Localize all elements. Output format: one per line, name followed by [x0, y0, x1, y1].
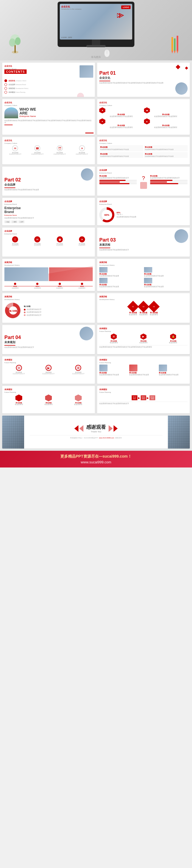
future-hex-2: 第1处标题 在这里填写: [34, 395, 63, 405]
decorative-pencils: [170, 34, 181, 54]
info-cell-3: 第1处标题 在这里填写你的文字在这里填写你的文字在这里: [99, 152, 143, 158]
dev-photo-2: [49, 267, 93, 281]
donut-chart: 60%: [99, 207, 115, 222]
thanks-divider: [30, 435, 162, 435]
slide-dev-diamond: 发展历程 Development History 01 第1处标题 在这里填写 …: [97, 293, 190, 323]
part02-divider: [4, 187, 15, 188]
flow-step-2: 第1处标题: [141, 395, 147, 400]
monitor-stand: [92, 39, 100, 45]
dev-item-3: 2016 在这里填写: [49, 283, 70, 289]
thanks-content: 感谢观看 Thank You 阿友版面计作品 • SUCAI999精品PPT w…: [8, 421, 184, 442]
brand-col-2: 第1处标题 在这里填写你的文字在这里填写你的文字: [150, 175, 188, 189]
slide-part01: Part 01 企业文化 在这里填写你的文字在这里填写你的文字在这里填写你的文字…: [97, 63, 190, 97]
slide-part03: Part 03 发展历程 在这里填写你的文字在这里填写你的文字: [97, 227, 190, 257]
future-icon-1: ⊞ 第1处标题 在这里填写: [99, 334, 128, 344]
part01-content: Part 01 企业文化 在这里填写你的文字在这里填写你的文字在这里填写你的文字…: [99, 65, 188, 90]
future-hex-1: 第1处标题 在这里填写: [4, 395, 33, 405]
slide-brand-icons: 企业品牌 Enterprise Brand ▽ 第1处标题 在这里填写 ✉ 第1…: [2, 227, 95, 257]
contents-items: 企业文化 Company Culture 企业品牌 Enterprise Bra…: [4, 79, 93, 94]
brand-tag-3: ○ 文字: [19, 220, 24, 223]
dev-img-2: [144, 267, 152, 273]
progress-1: [99, 180, 137, 181]
dev-item-2: 2014 在这里填写: [27, 283, 48, 289]
icon-box-3: ⏰ 第1处标题 在这里填写你的文字: [54, 145, 66, 155]
icon-2: ☎: [34, 145, 40, 151]
monitor-base: [86, 45, 106, 47]
slide-brand-1: 企业品牌 Enterprise Brand 第1处标题 在这里填写你的文字在这里…: [97, 167, 190, 196]
thanks-section: 感谢观看 Thank You 阿友版面计作品 • SUCAI999精品PPT w…: [0, 415, 192, 451]
contents-item-2: 企业品牌 Enterprise Brand: [4, 83, 93, 86]
slide-culture-text: 企业文化 Company Culture 第1处标题 在这里填写你的文字在这里填…: [97, 137, 190, 164]
contents-dot-2: [4, 83, 7, 86]
flow-step-1: 第1处标题: [132, 395, 137, 400]
hex-cell-2: ◆ 第1处标题 在这里填写你的文字在这里填写: [144, 107, 188, 118]
dev-img-4: [144, 278, 152, 283]
city-image: [4, 107, 18, 118]
slide-dev-history-1: 发展历程 Development History 2012 在这里填写: [2, 259, 95, 291]
brand-icon-row: ▽ 第1处标题 在这里填写 ✉ 第1处标题 在这里填写 ⏰ 第1处标题 在这里填…: [4, 236, 93, 246]
slide-dev-history-2: 发展历程 Development History 第1处标题 在这里填写你的文字…: [97, 259, 190, 291]
diamond-sm-deco: [185, 66, 188, 69]
svg-text:输入标题: 输入标题: [9, 310, 17, 312]
part04-divider: [4, 345, 15, 346]
sucai-credit: 阿友版面计作品 • SUCAI999精品PPT www.SUCAI999.com…: [30, 437, 162, 439]
future-icon-box-1: ✈ 第1处标题 在这里填写你的文字: [12, 365, 25, 374]
info-cell-2: 第1处标题 在这里填写你的文字在这里填写你的文字在这里: [144, 145, 188, 151]
slide-culture-hexagons: 企业文化 Company Culture ★ 第1处标题 在这里填写你的文字在这…: [97, 99, 190, 135]
brand-icon-1: ▽ 第1处标题 在这里填写: [9, 236, 22, 246]
page-wrapper: 企业文化 Introduction to the company 企业名称：品牌…: [0, 0, 192, 467]
future-icon-2: ▶ 第1处标题 在这里填写: [129, 334, 158, 344]
slide-preview-title: 企业文化: [61, 5, 131, 8]
svg-point-4: [15, 37, 21, 45]
part02-content: Part 02 企业品牌 在这里填写你的文字在这里填写你的文字在这里: [4, 169, 93, 193]
footer-url-text: www.sucai999.com: [5, 460, 187, 464]
dev-item-4: 2018 在这里填写: [71, 283, 93, 289]
chevron-right-deco: [108, 425, 118, 432]
monitor-screen: 企业文化 Introduction to the company 企业名称：品牌…: [60, 4, 132, 39]
contents-image: [79, 65, 93, 78]
dev-card-3: 第1处标题 在这里填写你的文字在这里: [99, 278, 143, 288]
hex-icon-3: ●: [99, 118, 105, 124]
contents-dot-4: [4, 91, 7, 94]
info-cell-4: 第1处标题 在这里填写你的文字在这里填写你的文字在这里: [144, 152, 188, 158]
brand-icon-circle-1: ▽: [12, 236, 18, 242]
legend-3: 在这里填写你的文字: [24, 314, 93, 316]
progress-6: [150, 183, 188, 184]
dev-img-3: [99, 278, 107, 283]
slide-brand-60: 企业品牌 Enterprise Brand 60% 60% Top 10 ☆ 在…: [97, 198, 190, 225]
icon-box-2: ☎ 第1处标题 在这里填写你的文字: [31, 145, 43, 155]
slide-future-2: 未来规划 Future Planning ✈ 第1处标题 在这里填写你的文字 ▶…: [2, 356, 95, 384]
brand-icon-circle-2: ✉: [34, 236, 40, 242]
slide-brand-2: 企业品牌 Enterprise Brand Enterprise Brand E…: [2, 198, 95, 225]
future-img-3: [159, 365, 167, 371]
future-card-1: 第1处标题 在这里填写你的文字在这里: [99, 365, 128, 376]
svg-rect-11: [174, 38, 175, 51]
slide-contents: 企业文化 Company Brand CONTENTS 企业文化 Company…: [2, 63, 95, 97]
icon-3: ⏰: [57, 145, 63, 151]
slide-who-we-are: 企业文化 Company Culture WHO WE ARE Enterpri…: [2, 99, 95, 135]
future-icon-box-3: ⚙ 第1处标题 在这里填写你的文字: [72, 365, 85, 374]
diamond-item-2: 02 第1处标题 在这里填写: [139, 303, 148, 316]
diamond-item-1: 01 第1处标题 在这里填写: [129, 303, 137, 316]
thanks-slide: 感谢观看 Thank You 阿友版面计作品 • SUCAI999精品PPT w…: [2, 415, 190, 448]
part01-circle-img: [175, 82, 188, 95]
brand-col-1: 第1处标题 在这里填写你的文字在这里填写你的文字: [99, 175, 137, 189]
contents-item-3: 发展历程 Development History: [4, 87, 93, 90]
part02-circle-img: [81, 168, 93, 181]
brand-icon-2: ✉ 第1处标题 在这里填写: [31, 236, 43, 246]
chevron-left-deco: [74, 425, 84, 432]
legend-2: 在这里填写你的文字: [24, 311, 93, 313]
footer-banner: 更多精品PPT资源尽在—sucai999.com！ www.sucai999.c…: [0, 451, 192, 467]
svg-marker-10: [171, 51, 173, 54]
slide-part02: Part 02 企业品牌 在这里填写你的文字在这里填写你的文字在这里: [2, 167, 95, 196]
future-icon-box-2: ▶ 第1处标题 在这里填写你的文字: [42, 365, 55, 374]
red-line: [4, 125, 12, 125]
contents-dot-1: [4, 79, 7, 82]
flow-arrow-1: ▶: [138, 396, 140, 399]
icon-box-1: ✉ 第1处标题 在这里填写你的文字: [9, 145, 22, 155]
brand-icon-circle-3: ⏰: [57, 236, 63, 242]
brand-question: ?: [138, 175, 149, 189]
brand-icon-4: ✈ 第1处标题 在这里填写: [76, 236, 88, 246]
monitor: 企业文化 Introduction to the company 企业名称：品牌…: [58, 2, 134, 47]
legend-1: 在这里填写你的文字: [24, 309, 93, 310]
